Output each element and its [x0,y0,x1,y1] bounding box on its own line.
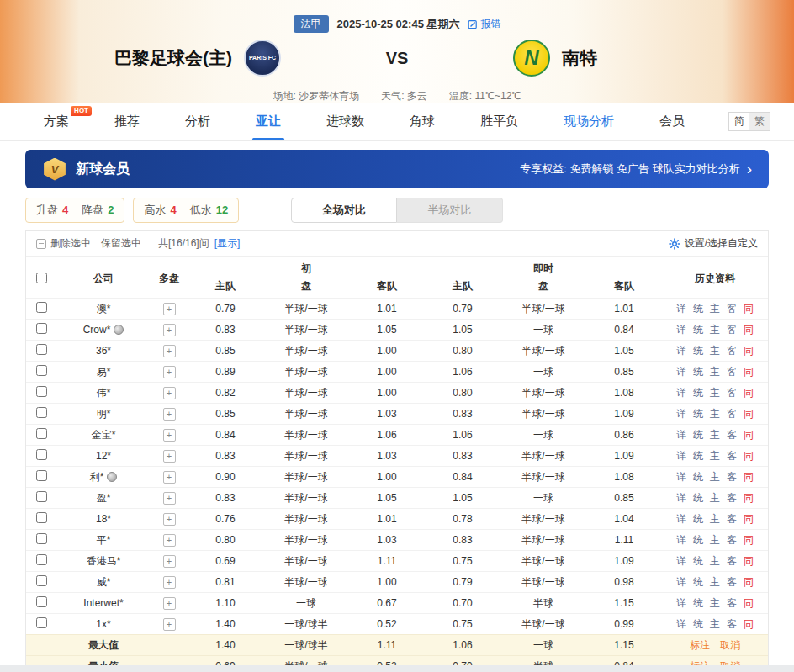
history-link-same[interactable]: 同 [744,429,754,441]
history-link-home[interactable]: 主 [710,471,720,483]
vip-benefits-link[interactable]: 专享权益: 免费解锁 免广告 球队实力对比分析 › [520,161,752,177]
history-link-home[interactable]: 主 [710,555,720,567]
history-link-same[interactable]: 同 [744,597,754,609]
history-link-home[interactable]: 主 [710,366,720,378]
row-checkbox[interactable] [36,365,47,376]
history-link-same[interactable]: 同 [744,555,754,567]
history-link-stats[interactable]: 统 [693,324,703,336]
tab-analysis[interactable]: 分析 [185,103,210,140]
tab-vip[interactable]: 会员 [659,103,685,140]
tab-asian-handicap[interactable]: 亚让 [256,103,281,140]
history-link-home[interactable]: 主 [710,513,720,525]
company-name[interactable]: 1x* [96,618,110,630]
company-name[interactable]: 平* [97,534,111,546]
history-link-detail[interactable]: 详 [676,387,686,399]
vip-banner[interactable]: V 新球会员 专享权益: 免费解锁 免广告 球队实力对比分析 › [25,150,769,188]
row-checkbox[interactable] [36,596,47,607]
row-checkbox[interactable] [36,575,47,586]
history-link-same[interactable]: 同 [744,303,754,315]
history-link-stats[interactable]: 统 [693,345,703,357]
history-link-stats[interactable]: 统 [693,471,703,483]
mark-link[interactable]: 标注 [690,639,710,651]
history-link-detail[interactable]: 详 [676,408,686,420]
history-link-home[interactable]: 主 [710,408,720,420]
history-link-home[interactable]: 主 [710,387,720,399]
company-name[interactable]: 香港马* [87,555,121,567]
history-link-detail[interactable]: 详 [676,555,686,567]
history-link-away[interactable]: 客 [727,597,737,609]
company-name[interactable]: 易* [97,366,111,378]
history-link-stats[interactable]: 统 [693,534,703,546]
row-checkbox[interactable] [36,386,47,397]
history-link-stats[interactable]: 统 [693,513,703,525]
history-link-stats[interactable]: 统 [693,387,703,399]
tab-corners[interactable]: 角球 [410,103,435,140]
report-error-link[interactable]: 报错 [468,17,500,31]
history-link-home[interactable]: 主 [710,618,720,630]
history-link-same[interactable]: 同 [744,345,754,357]
history-link-same[interactable]: 同 [744,324,754,336]
history-link-detail[interactable]: 详 [676,597,686,609]
history-link-same[interactable]: 同 [744,576,754,588]
row-checkbox[interactable] [36,428,47,439]
history-link-away[interactable]: 客 [727,513,737,525]
expand-odds-button[interactable]: + [163,324,176,336]
tab-live-analysis[interactable]: 现场分析 [564,103,614,140]
expand-odds-button[interactable]: + [163,429,176,442]
history-link-detail[interactable]: 详 [676,513,686,525]
company-name[interactable]: 明* [97,408,111,420]
tab-goals[interactable]: 进球数 [326,103,364,140]
row-checkbox[interactable] [36,512,47,523]
history-link-home[interactable]: 主 [710,576,720,588]
row-checkbox[interactable] [36,617,47,628]
history-link-away[interactable]: 客 [727,303,737,315]
history-link-home[interactable]: 主 [710,492,720,504]
history-link-stats[interactable]: 统 [693,492,703,504]
company-name[interactable]: 伟* [97,387,111,399]
row-checkbox[interactable] [36,554,47,565]
history-link-away[interactable]: 客 [727,576,737,588]
history-link-stats[interactable]: 统 [693,408,703,420]
row-checkbox[interactable] [36,344,47,355]
history-link-away[interactable]: 客 [727,555,737,567]
history-link-away[interactable]: 客 [727,450,737,462]
history-link-detail[interactable]: 详 [676,366,686,378]
history-link-detail[interactable]: 详 [676,303,686,315]
tab-plans[interactable]: 方案HOT [44,103,69,140]
history-link-same[interactable]: 同 [744,366,754,378]
history-link-stats[interactable]: 统 [693,366,703,378]
delete-selected-button[interactable]: 删除选中 [36,236,91,251]
row-checkbox[interactable] [36,407,47,418]
history-link-detail[interactable]: 详 [676,534,686,546]
history-link-home[interactable]: 主 [710,450,720,462]
company-name[interactable]: 威* [97,576,111,588]
row-checkbox[interactable] [36,449,47,460]
history-link-detail[interactable]: 详 [676,429,686,441]
history-link-home[interactable]: 主 [710,345,720,357]
history-link-stats[interactable]: 统 [693,618,703,630]
history-link-stats[interactable]: 统 [693,429,703,441]
expand-odds-button[interactable]: + [163,471,176,484]
history-link-home[interactable]: 主 [710,303,720,315]
company-name[interactable]: 澳* [97,303,111,315]
history-link-detail[interactable]: 详 [676,345,686,357]
history-link-detail[interactable]: 详 [676,324,686,336]
cancel-link[interactable]: 取消 [720,639,740,651]
history-link-away[interactable]: 客 [727,618,737,630]
expand-odds-button[interactable]: + [163,555,176,568]
history-link-home[interactable]: 主 [710,429,720,441]
half-match-compare-button[interactable]: 半场对比 [397,198,503,223]
history-link-same[interactable]: 同 [744,450,754,462]
company-name[interactable]: 盈* [97,492,111,504]
history-link-home[interactable]: 主 [710,324,720,336]
history-link-same[interactable]: 同 [744,513,754,525]
settings-button[interactable]: 设置/选择自定义 [669,236,758,251]
history-link-away[interactable]: 客 [727,471,737,483]
lang-traditional-button[interactable]: 繁 [749,112,770,131]
history-link-away[interactable]: 客 [727,366,737,378]
history-link-same[interactable]: 同 [744,471,754,483]
tab-win-draw-lose[interactable]: 胜平负 [480,103,518,140]
history-link-away[interactable]: 客 [727,429,737,441]
expand-odds-button[interactable]: + [163,408,176,421]
expand-odds-button[interactable]: + [163,618,176,631]
